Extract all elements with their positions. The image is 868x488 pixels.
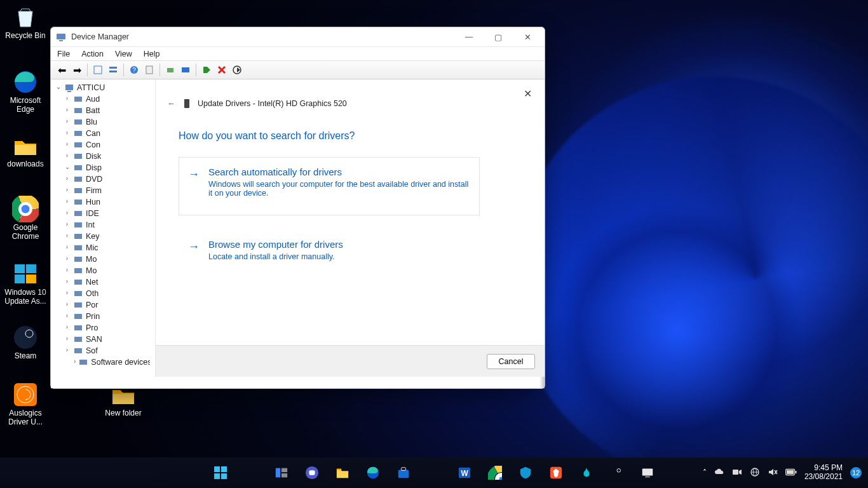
tree-node[interactable]: ›Net [64,276,150,288]
taskbar-word[interactable]: W [452,460,477,485]
taskbar: W ˄ 9:45 PM 23/08/2021 12 [0,458,868,488]
svg-rect-19 [109,71,117,72]
taskbar-chat[interactable] [299,460,325,485]
tray-network-icon[interactable] [750,467,760,479]
tree-node[interactable]: ›Pro [64,322,150,334]
menu-help[interactable]: Help [144,47,160,60]
tree-node[interactable]: ›Mo [64,254,150,265]
tree-node[interactable]: ›Software devices [74,356,150,368]
svg-rect-55 [74,348,82,353]
svg-rect-86 [642,469,653,476]
tree-node[interactable]: ›Oth [64,288,150,299]
tree-root[interactable]: ⌄ATTICU [55,82,150,93]
menu-view[interactable]: View [115,47,132,60]
toolbar-help[interactable]: ? [127,63,141,77]
tray-onedrive-icon[interactable] [714,467,724,479]
tree-node[interactable]: ›Con [64,139,150,151]
tree-node[interactable]: ›Int [64,219,150,231]
taskbar-brave[interactable] [543,460,569,485]
tree-node[interactable]: ›Firm [64,185,150,196]
tray-volume-icon[interactable] [768,467,778,479]
desktop-icon-label: Steam [15,352,37,361]
svg-rect-7 [26,264,36,273]
taskbar-taskview[interactable] [269,460,294,485]
titlebar[interactable]: Device Manager ― ▢ ✕ [51,27,545,46]
tree-node[interactable]: ›Blu [64,116,150,128]
tree-node[interactable]: ›IDE [64,208,150,219]
toolbar-show-hidden[interactable] [91,63,105,77]
taskbar-security[interactable] [513,460,538,485]
taskbar-clock[interactable]: 9:45 PM 23/08/2021 [804,464,843,482]
taskbar-start[interactable] [208,460,233,485]
desktop-icon-edge[interactable]: Microsoft Edge [1,69,50,114]
tree-node[interactable]: ⌄Disp [64,162,150,173]
tree-node[interactable]: ›Mo [64,265,150,276]
notification-badge[interactable]: 12 [850,467,862,478]
svg-rect-49 [74,280,82,285]
wizard-back-button[interactable]: ← [167,99,176,108]
svg-text:W: W [461,469,468,478]
tree-node[interactable]: ›Por [64,299,150,311]
desktop-icon-win10-update[interactable]: Windows 10 Update As... [1,261,50,306]
wallpaper-accent [512,165,843,488]
toolbar-update-driver[interactable] [163,63,177,77]
taskbar-steam[interactable] [604,460,630,485]
option-browse-computer[interactable]: → Browse my computer for drivers Locate … [179,229,480,269]
tree-node[interactable]: ›Mic [64,242,150,254]
tree-node[interactable]: ›SAN [64,334,150,345]
clock-date: 23/08/2021 [804,473,843,482]
toolbar-enable[interactable] [200,63,214,77]
toolbar-forward[interactable]: ➡ [70,63,84,77]
svg-rect-41 [74,188,82,193]
device-tree-pane: ⌄ATTICU›Aud›Batt›Blu›Can›Con›Disk⌄Disp›D… [51,79,545,388]
desktop-icon-steam[interactable]: Steam [1,324,50,361]
wizard-close-button[interactable]: ✕ [519,85,536,102]
tree-node[interactable]: ›Aud [64,93,150,105]
tree-node[interactable]: ›Key [64,231,150,242]
close-button[interactable]: ✕ [513,27,542,46]
tree-node[interactable]: ›Disk [64,151,150,162]
svg-rect-65 [281,468,287,472]
tree-node[interactable]: ›Sof [64,345,150,356]
taskbar-devmgr[interactable] [635,460,660,485]
svg-rect-15 [57,34,65,39]
taskbar-chrome[interactable] [482,460,508,485]
taskbar-auslogics[interactable] [574,460,599,485]
toolbar-scan-hardware[interactable] [179,63,193,77]
desktop-icon-auslogics[interactable]: Auslogics Driver U... [1,381,50,427]
minimize-button[interactable]: ― [454,27,484,46]
taskbar-settings[interactable] [421,460,447,485]
taskbar-search[interactable] [238,460,264,485]
svg-rect-39 [74,165,82,170]
toolbar-disable[interactable] [230,63,244,77]
device-icon [182,98,191,109]
menu-file[interactable]: File [57,47,70,60]
desktop-icon-recycle-bin[interactable]: Recycle Bin [1,4,50,41]
desktop-icon-downloads[interactable]: downloads [1,132,50,169]
option-search-automatically[interactable]: → Search automatically for drivers Windo… [179,157,480,215]
maximize-button[interactable]: ▢ [484,27,513,46]
tree-node[interactable]: ›Prin [64,311,150,322]
svg-rect-46 [74,245,82,250]
toolbar-properties[interactable] [142,63,156,77]
toolbar-dev-by-type[interactable] [106,63,120,77]
tree-node[interactable]: ›Hun [64,196,150,208]
toolbar-uninstall[interactable] [215,63,229,77]
wizard-question: How do you want to search for drivers? [179,130,355,142]
desktop-icon-chrome[interactable]: Google Chrome [1,196,50,241]
auslogics-icon [12,381,39,408]
tree-node[interactable]: ›Batt [64,105,150,116]
tree-node[interactable]: ›Can [64,128,150,139]
toolbar-back[interactable]: ⬅ [55,63,69,77]
svg-rect-37 [74,142,82,147]
menu-action[interactable]: Action [81,47,104,60]
taskbar-store[interactable] [391,460,416,485]
taskbar-explorer[interactable] [330,460,355,485]
tray-chevron-icon[interactable]: ˄ [703,468,707,477]
tray-battery-icon[interactable] [785,468,797,478]
taskbar-edge[interactable] [360,460,386,485]
tree-node[interactable]: ›DVD [64,173,150,185]
device-manager-window[interactable]: Device Manager ― ▢ ✕ FileActionViewHelp … [50,27,545,389]
cancel-button[interactable]: Cancel [487,354,535,369]
tray-meetnow-icon[interactable] [732,467,742,479]
